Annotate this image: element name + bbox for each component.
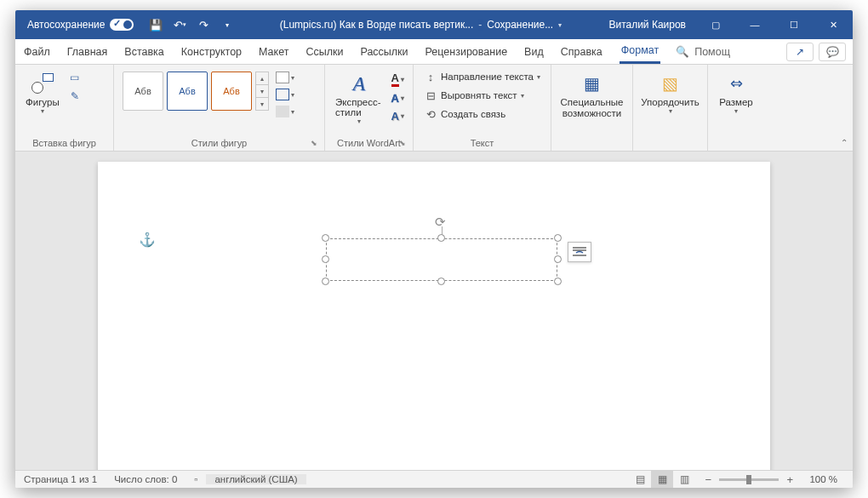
ribbon: Фигуры ▾ ▭ ✎ Вставка фигур Абв Абв Абв ▴ [15,65,853,152]
group-label-text: Текст [419,135,545,151]
tab-mailings[interactable]: Рассылки [351,39,416,64]
group-label-insert: Вставка фигур [20,135,108,151]
resize-handle[interactable] [322,255,329,263]
outline-icon [276,89,289,100]
ribbon-display-icon[interactable]: ▢ [696,10,735,39]
titlebar: Автосохранение ✓ 💾 ↶▾ ↷ ▾ (Lumpics.ru) К… [15,10,853,39]
text-outline-button[interactable]: A▾ [390,90,406,106]
dialog-launcher-icon[interactable]: ⬊ [397,139,408,149]
group-wordart-styles: A Экспресс-стили ▾ A▾ A▾ A▾ Стили WordAr… [325,65,414,151]
edit-shape-icon[interactable]: ✎ [66,89,83,104]
text-fill-icon: A [391,72,399,87]
shapes-button[interactable]: Фигуры ▾ [20,66,65,118]
user-name[interactable]: Виталий Каиров [598,19,696,31]
close-icon[interactable]: ✕ [814,10,853,39]
style-preset-2[interactable]: Абв [167,72,208,111]
size-button[interactable]: ⇔ Размер ▾ [714,66,758,118]
qat-customize-icon[interactable]: ▾ [217,14,237,35]
dialog-launcher-icon[interactable]: ⬊ [309,139,319,149]
style-preset-3[interactable]: Абв [211,72,252,111]
page-number[interactable]: Страница 1 из 1 [15,474,106,484]
zoom-out-button[interactable]: − [702,473,714,486]
gallery-more-icon[interactable]: ▾ [256,98,268,110]
web-layout-icon[interactable]: ▥ [673,471,695,489]
word-count[interactable]: Число слов: 0 [106,474,186,484]
redo-icon[interactable]: ↷ [193,14,214,35]
document-area: ⚓ ⟳ [15,152,853,470]
comments-button[interactable]: 💬 [819,43,846,61]
quick-access-toolbar: 💾 ↶▾ ↷ ▾ [140,14,243,35]
tab-help[interactable]: Справка [552,39,611,64]
align-text-icon: ⊟ [424,89,437,102]
shape-outline-button[interactable]: ▾ [274,87,296,102]
style-preset-1[interactable]: Абв [123,72,163,111]
tab-references[interactable]: Ссылки [297,39,351,64]
share-icon: ↗ [796,46,804,58]
tab-insert[interactable]: Вставка [116,39,172,64]
zoom-level[interactable]: 100 % [801,474,846,484]
shapes-icon [31,73,54,94]
text-fill-button[interactable]: A▾ [390,70,406,89]
maximize-icon[interactable]: ☐ [774,10,814,39]
align-text-button[interactable]: ⊟Выровнять текст▾ [420,87,544,104]
effects-icon [276,106,289,117]
gallery-nav: ▴ ▾ ▾ [255,72,269,111]
resize-handle[interactable] [322,278,329,285]
draw-textbox-icon[interactable]: ▭ [66,70,83,85]
page[interactable]: ⚓ ⟳ [98,162,770,470]
tab-format[interactable]: Формат [611,39,669,64]
gallery-up-icon[interactable]: ▴ [256,72,268,85]
shape-effects-button[interactable]: ▾ [274,104,296,119]
layout-options-button[interactable] [568,242,591,262]
tab-layout[interactable]: Макет [250,39,297,64]
zoom-controls: − + 100 % [695,473,853,486]
resize-handle[interactable] [554,255,562,263]
undo-icon[interactable]: ↶▾ [169,14,190,35]
collapse-ribbon-icon[interactable]: ⌃ [841,138,848,147]
focus-mode-icon[interactable]: ▤ [629,471,651,489]
group-arrange: ▧ Упорядочить ▾ [633,65,708,151]
print-layout-icon[interactable]: ▦ [651,471,673,489]
tab-home[interactable]: Главная [59,39,117,64]
alt-text-button[interactable]: ▦ Специальные возможности [555,66,628,122]
arrange-icon: ▧ [657,70,684,97]
tab-review[interactable]: Рецензирование [417,39,517,64]
layout-options-icon [571,245,588,259]
group-accessibility: ▦ Специальные возможности [551,65,633,151]
tell-me-search[interactable]: 🔍 Помощ [676,39,730,64]
ribbon-tabs: Файл Главная Вставка Конструктор Макет С… [15,39,853,65]
arrange-button[interactable]: ▧ Упорядочить ▾ [636,66,704,118]
resize-handle[interactable] [437,278,445,285]
create-link-button[interactable]: ⟲Создать связь [420,106,544,123]
tab-design[interactable]: Конструктор [173,39,250,64]
spellcheck-icon[interactable]: ▫ [186,474,206,484]
text-box-shape[interactable]: ⟳ [326,238,557,281]
gallery-down-icon[interactable]: ▾ [256,85,268,98]
statusbar: Страница 1 из 1 Число слов: 0 ▫ английск… [15,470,853,488]
zoom-in-button[interactable]: + [784,473,796,486]
text-effects-button[interactable]: A▾ [390,108,406,124]
tab-view[interactable]: Вид [516,39,552,64]
resize-handle[interactable] [322,234,329,242]
resize-handle[interactable] [554,234,562,242]
shape-styles-gallery: Абв Абв Абв ▴ ▾ ▾ [119,66,272,116]
anchor-icon[interactable]: ⚓ [139,232,156,248]
share-button[interactable]: ↗ [786,43,814,61]
language-indicator[interactable]: английский (США) [206,474,306,484]
save-status: Сохранение... [487,19,553,31]
window-controls: ▢ — ☐ ✕ [696,10,853,39]
shape-fill-button[interactable]: ▾ [274,70,296,85]
text-direction-button[interactable]: ↕Направление текста▾ [420,68,544,85]
minimize-icon[interactable]: — [735,10,774,39]
resize-handle[interactable] [437,234,445,242]
autosave-toggle[interactable]: ✓ [110,19,134,31]
quick-styles-button[interactable]: A Экспресс-стили ▾ [330,66,388,129]
size-icon: ⇔ [722,70,750,97]
search-icon: 🔍 [676,45,689,58]
tab-file[interactable]: Файл [15,39,59,64]
zoom-slider[interactable] [719,478,779,481]
wordart-icon: A [345,70,373,97]
save-icon[interactable]: 💾 [146,14,166,35]
resize-handle[interactable] [554,278,562,285]
fill-icon [276,72,289,83]
